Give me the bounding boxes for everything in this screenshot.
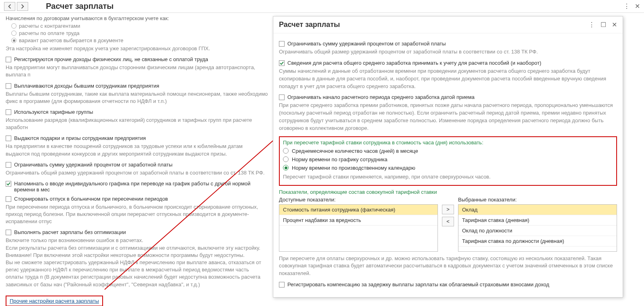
available-indicators-list[interactable]: Стоимость питания сотрудника (фактическа… <box>279 204 438 252</box>
popup-chk-limit-period[interactable]: Ограничивать начало расчетного периода с… <box>279 94 617 100</box>
chk-remind-schedule[interactable]: Напоминать о вводе индивидуального графи… <box>6 181 268 193</box>
chk-gifts-prizes[interactable]: Выдаются подарки и призы сотрудникам пре… <box>6 135 268 141</box>
popup-close-icon[interactable]: ✕ <box>612 21 617 29</box>
main-settings-panel: Начисления по договорам учитываются в бу… <box>0 13 274 306</box>
other-settings-link[interactable]: Прочие настройки расчета зарплаты <box>10 298 99 304</box>
nav-back-button[interactable] <box>4 2 15 11</box>
list-item[interactable]: Тарифная ставка (дневная) <box>458 215 617 226</box>
accrual-desc: Эта настройка не изменяет порядок учета … <box>6 45 268 52</box>
list-item[interactable]: Тарифная ставка по должности (дневная) <box>458 236 617 246</box>
chk-no-optimization[interactable]: Выполнять расчет зарплаты без оптимизаци… <box>6 229 268 235</box>
popup-chk-compensation-delay[interactable]: Регистрировать компенсацию за задержку в… <box>279 281 617 288</box>
close-icon[interactable]: ✕ <box>635 2 640 10</box>
radio-labor-payment[interactable]: расчеты по оплате труда <box>11 30 268 36</box>
selected-indicators-list[interactable]: Оклад Тарифная ставка (дневная) Оклад по… <box>458 204 617 252</box>
chk-other-income[interactable]: Регистрируются прочие доходы физических … <box>6 56 268 62</box>
page-title: Расчет зарплаты <box>46 2 114 11</box>
indicators-title: Показатели, определяющие состав совокупн… <box>279 189 617 195</box>
other-settings-link-highlight: Прочие настройки расчета зарплаты <box>6 296 103 306</box>
radio-contractors[interactable]: расчеты с контрагентами <box>11 23 268 29</box>
popup-chk-avg-earnings[interactable]: Сведения для расчета общего среднего зар… <box>279 60 617 66</box>
popup-maximize-icon[interactable]: ☐ <box>601 21 606 29</box>
chk-tariff-groups[interactable]: Используются тарифные группы <box>6 109 268 115</box>
rate-recalc-title: При пересчете тарифной ставки сотрудника… <box>283 140 613 146</box>
move-left-button[interactable]: < <box>442 217 454 226</box>
popup-title: Расчет зарплаты <box>279 21 340 29</box>
radio-in-document[interactable]: вариант расчетов выбирается в документе <box>11 37 268 43</box>
popup-more-icon[interactable]: ⋮ <box>588 21 595 29</box>
more-icon[interactable]: ⋮ <box>623 2 630 10</box>
list-item[interactable]: Процент надбавки за вредность <box>279 215 438 226</box>
radio-production-calendar[interactable]: Норму времени по производственному кален… <box>283 165 613 171</box>
list-item[interactable]: Стоимость питания сотрудника (фактическа… <box>279 205 438 215</box>
list-item[interactable]: Оклад <box>458 205 617 215</box>
other-settings-popup: Расчет зарплаты ⋮ ☐ ✕ Ограничивать сумму… <box>273 16 623 298</box>
radio-avg-monthly[interactable]: Среднемесячное количество часов (дней) в… <box>283 148 613 154</box>
radio-employee-schedule[interactable]: Норму времени по графику сотрудника <box>283 156 613 162</box>
chk-former-employees[interactable]: Выплачиваются доходы бывшим сотрудникам … <box>6 83 268 89</box>
selected-label: Выбранные показатели: <box>458 197 617 203</box>
nav-forward-button[interactable] <box>17 2 28 11</box>
chk-reverse-vacation[interactable]: Сторнировать отпуск в больничном при пер… <box>6 196 268 202</box>
available-label: Доступные показатели: <box>279 197 438 203</box>
popup-chk-limit-deductions[interactable]: Ограничивать сумму удержаний процентом о… <box>279 41 617 47</box>
accrual-group-label: Начисления по договорам учитываются в бу… <box>6 15 268 21</box>
move-right-button[interactable]: > <box>442 205 454 214</box>
rate-recalc-highlight: При пересчете тарифной ставки сотрудника… <box>279 136 617 186</box>
chk-limit-deductions[interactable]: Ограничивать сумму удержаний процентом о… <box>6 162 268 168</box>
list-item[interactable]: Оклад по должности <box>458 226 617 236</box>
